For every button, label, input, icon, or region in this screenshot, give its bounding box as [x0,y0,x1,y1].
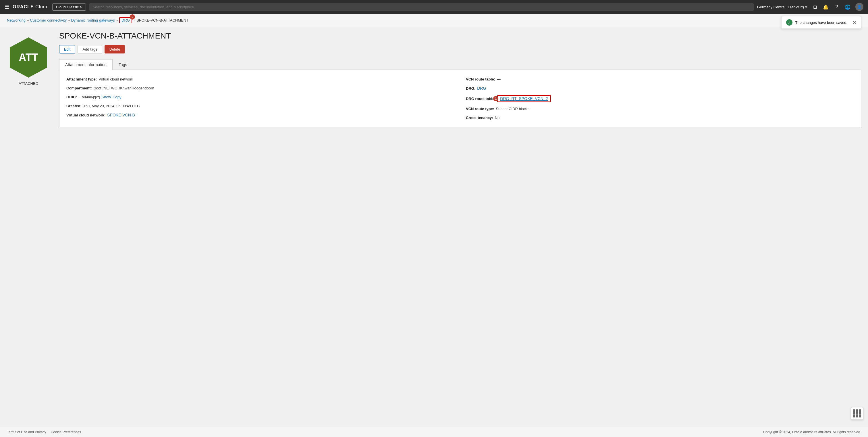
ocid-row: OCID: ...ou4al6jqxq Show Copy [66,95,455,99]
drg-rt-box: DRG_RT_SPOKE_VCN_2 [497,95,551,102]
vcn-label: Virtual cloud network: [66,113,105,117]
vcn-route-table-value: — [497,77,501,81]
breadcrumb-networking[interactable]: Networking [7,18,26,23]
vcn-route-type-row: VCN route type: Subnet CIDR blocks [466,107,854,111]
footer: Terms of Use and Privacy Cookie Preferen… [0,427,868,437]
help-dot-7 [853,415,855,417]
drg-rt-container: 1 DRG_RT_SPOKE_VCN_2 [497,95,551,102]
globe-icon[interactable]: 🌐 [844,4,851,10]
help-widget-grid [853,409,861,417]
tab-tags[interactable]: Tags [113,59,133,70]
hex-container: ATT ATTACHED [7,36,50,86]
drg-label: DRG: [466,86,475,91]
copyright-text: Copyright © 2024, Oracle and/or its affi… [763,430,861,434]
vcn-route-type-label: VCN route type: [466,107,494,111]
drg-route-table-label: DRG route table: [466,96,495,101]
delete-button[interactable]: Delete [104,45,125,54]
toast-message: The changes have been saved. [795,21,847,25]
help-dot-9 [859,415,861,417]
user-avatar[interactable]: 👤 [855,3,863,11]
tab-attachment-information[interactable]: Attachment information [59,59,113,70]
add-tags-button[interactable]: Add tags [78,45,102,54]
drg-route-table-link[interactable]: DRG_RT_SPOKE_VCN_2 [500,96,548,101]
help-widget[interactable] [851,407,863,420]
created-row: Created: Thu, May 23, 2024, 06:09:49 UTC [66,104,455,108]
breadcrumb-dynamic-routing-gateways[interactable]: Dynamic routing gateways [71,18,115,23]
hexagon-icon: ATT [7,36,50,79]
drg-breadcrumb-container: DRG 2 [119,17,132,23]
compartment-row: Compartment: (root)/NETWORK/IwanHoogendo… [66,86,455,90]
help-dot-1 [853,409,855,412]
top-navigation: ☰ ORACLE Cloud Cloud Classic > Germany C… [0,0,868,14]
info-grid: Attachment type: Virtual cloud network C… [66,77,854,120]
vcn-link[interactable]: SPOKE-VCN-B [107,113,135,117]
help-dot-8 [856,415,858,417]
ocid-value: ...ou4al6jqxq [79,95,100,99]
info-card: Attachment type: Virtual cloud network C… [59,70,861,127]
terms-link[interactable]: Terms of Use and Privacy [7,430,46,434]
attachment-status-label: ATTACHED [19,81,38,86]
vcn-row: Virtual cloud network: SPOKE-VCN-B [66,113,455,117]
toast-notification: ✓ The changes have been saved. ✕ [781,16,861,29]
breadcrumb-area: Networking » Customer connectivity » Dyn… [0,14,868,27]
drg-rt-badge: 1 [493,96,498,101]
created-value: Thu, May 23, 2024, 06:09:49 UTC [83,104,140,108]
hamburger-icon[interactable]: ☰ [5,4,9,10]
help-dot-4 [853,412,855,414]
compartment-label: Compartment: [66,86,92,90]
breadcrumb-drg[interactable]: DRG [122,18,130,23]
help-dot-5 [856,412,858,414]
help-dot-6 [859,412,861,414]
action-buttons: Edit Add tags Delete [59,45,861,54]
ocid-copy-link[interactable]: Copy [113,95,121,99]
breadcrumb-customer-connectivity[interactable]: Customer connectivity [30,18,67,23]
cross-tenancy-row: Cross-tenancy: No [466,116,854,120]
cross-tenancy-label: Cross-tenancy: [466,116,493,120]
edit-button[interactable]: Edit [59,45,75,54]
hex-abbreviation: ATT [19,52,38,63]
footer-links: Terms of Use and Privacy Cookie Preferen… [7,430,81,434]
drg-row: DRG: DRG [466,86,854,91]
region-chevron-icon: ▾ [805,5,807,9]
attachment-type-row: Attachment type: Virtual cloud network [66,77,455,81]
bell-icon[interactable]: 🔔 [823,4,829,10]
left-column: Attachment type: Virtual cloud network C… [66,77,455,120]
drg-link[interactable]: DRG [477,86,486,91]
search-input[interactable] [89,3,754,11]
toast-close-button[interactable]: ✕ [852,20,856,25]
nav-right: Germany Central (Frankfurt) ▾ ⊡ 🔔 ? 🌐 👤 [757,3,863,11]
page-layout: ATT ATTACHED SPOKE-VCN-B-ATTACHMENT Edit… [7,31,861,127]
detail-panel: SPOKE-VCN-B-ATTACHMENT Edit Add tags Del… [59,31,861,127]
attachment-type-label: Attachment type: [66,77,97,81]
ocid-show-link[interactable]: Show [102,95,111,99]
created-label: Created: [66,104,82,108]
cookie-link[interactable]: Cookie Preferences [51,430,81,434]
help-dot-2 [856,409,858,412]
breadcrumb-sep-3: » [116,18,118,23]
drg-badge: 2 [130,14,135,20]
region-label: Germany Central (Frankfurt) [757,5,804,9]
vcn-route-table-row: VCN route table: — [466,77,854,81]
ocid-label: OCID: [66,95,77,99]
attachment-type-value: Virtual cloud network [98,77,133,81]
help-icon[interactable]: ? [834,4,840,10]
compartment-value: (root)/NETWORK/IwanHoogendoorn [94,86,154,90]
breadcrumb-sep-1: » [27,18,29,23]
right-column: VCN route table: — DRG: DRG DRG route ta… [466,77,854,120]
vcn-route-table-label: VCN route table: [466,77,495,81]
page-title: SPOKE-VCN-B-ATTACHMENT [59,31,861,40]
region-selector[interactable]: Germany Central (Frankfurt) ▾ [757,5,807,9]
cloud-classic-button[interactable]: Cloud Classic > [52,3,86,11]
vcn-route-type-value: Subnet CIDR blocks [496,107,529,111]
main-content: ATT ATTACHED SPOKE-VCN-B-ATTACHMENT Edit… [0,27,868,427]
drg-route-table-row: DRG route table: 1 DRG_RT_SPOKE_VCN_2 [466,95,854,102]
monitor-icon[interactable]: ⊡ [812,4,818,10]
oracle-logo: ORACLE Cloud [13,4,49,9]
breadcrumb-current: SPOKE-VCN-B-ATTACHMENT [136,18,188,23]
breadcrumb-sep-2: » [68,18,70,23]
cross-tenancy-value: No [495,116,500,120]
tabs: Attachment information Tags [59,59,861,70]
toast-success-icon: ✓ [786,19,793,26]
help-dot-3 [859,409,861,412]
